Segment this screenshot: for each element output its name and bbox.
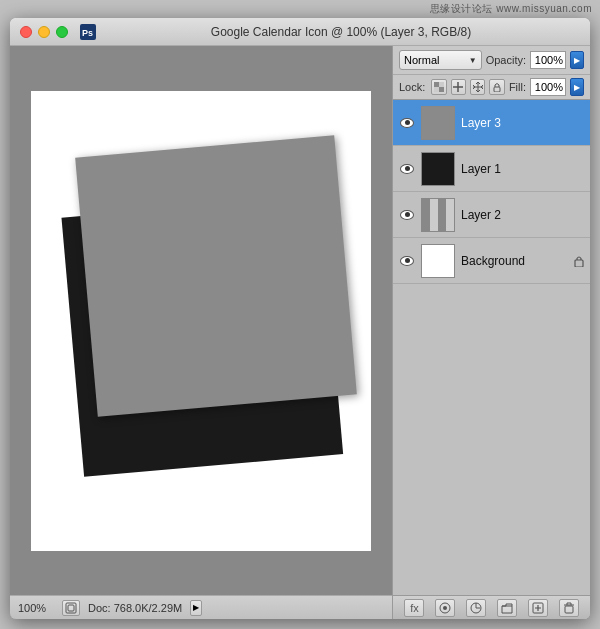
canvas-arrow-button[interactable]: ▶ [190, 600, 202, 616]
lock-move-button[interactable] [470, 79, 485, 95]
eye-icon [400, 256, 414, 266]
layer-thumbnail [421, 106, 455, 140]
eye-icon [400, 164, 414, 174]
close-button[interactable] [20, 26, 32, 38]
mask-icon [439, 602, 451, 614]
layer-item[interactable]: Background [393, 238, 590, 284]
opacity-arrow-button[interactable]: ▶ [570, 51, 584, 69]
panel-toolbar: fx [393, 595, 590, 619]
svg-rect-6 [439, 82, 444, 87]
eye-icon [400, 118, 414, 128]
svg-rect-3 [68, 605, 74, 611]
canvas-area: 100% Doc: 768.0K/2.29M ▶ [10, 46, 392, 619]
title-bar: Ps Google Calendar Icon @ 100% (Layer 3,… [10, 18, 590, 46]
folder-icon [501, 602, 513, 614]
svg-rect-10 [494, 87, 500, 92]
layers-panel: Normal ▼ Opacity: 100% ▶ Lock: [392, 46, 590, 619]
eye-icon [400, 210, 414, 220]
layer-visibility-toggle[interactable] [399, 253, 415, 269]
svg-text:Ps: Ps [82, 28, 93, 38]
thumb-white [422, 245, 454, 277]
trash-icon [563, 602, 575, 614]
thumb-gray [422, 107, 454, 139]
adjustment-icon [470, 602, 482, 614]
content-area: 100% Doc: 768.0K/2.29M ▶ Normal [10, 46, 590, 619]
new-layer-icon [532, 602, 544, 614]
document-size: Doc: 768.0K/2.29M [88, 602, 182, 614]
layer-style-icon: fx [410, 602, 419, 614]
layer-item[interactable]: Layer 1 [393, 146, 590, 192]
layer-visibility-toggle[interactable] [399, 115, 415, 131]
layer-thumbnail [421, 198, 455, 232]
layer-thumbnail [421, 244, 455, 278]
blend-mode-row: Normal ▼ Opacity: 100% ▶ [393, 46, 590, 75]
layer-name: Layer 3 [461, 116, 584, 130]
lock-label: Lock: [399, 81, 425, 93]
layer-name: Layer 1 [461, 162, 584, 176]
blend-chevron-icon: ▼ [469, 56, 477, 65]
svg-rect-18 [565, 606, 573, 613]
opacity-row: Opacity: 100% ▶ [486, 51, 584, 69]
layers-list: Layer 3 Layer 1 [393, 100, 590, 595]
layer-thumbnail [421, 152, 455, 186]
thumb-stripe [422, 199, 454, 231]
lock-all-button[interactable] [489, 79, 504, 95]
canvas-inner [10, 46, 392, 595]
traffic-lights [20, 26, 68, 38]
zoom-level: 100% [18, 602, 54, 614]
svg-rect-5 [439, 87, 444, 92]
opacity-input[interactable]: 100% [530, 51, 566, 69]
blend-mode-select[interactable]: Normal ▼ [399, 50, 482, 70]
fill-label: Fill: [509, 81, 526, 93]
layer-style-button[interactable]: fx [404, 599, 424, 617]
ps-canvas [31, 91, 371, 551]
fill-arrow-button[interactable]: ▶ [570, 78, 584, 96]
layer-visibility-toggle[interactable] [399, 161, 415, 177]
layer-name: Background [461, 254, 568, 268]
svg-rect-4 [434, 82, 439, 87]
window-title: Google Calendar Icon @ 100% (Layer 3, RG… [102, 25, 580, 39]
minimize-button[interactable] [38, 26, 50, 38]
svg-rect-7 [434, 87, 439, 92]
maximize-button[interactable] [56, 26, 68, 38]
fill-input[interactable]: 100% [530, 78, 566, 96]
canvas-page-button[interactable] [62, 600, 80, 616]
new-group-button[interactable] [497, 599, 517, 617]
layer-item[interactable]: Layer 3 [393, 100, 590, 146]
canvas-status-bar: 100% Doc: 768.0K/2.29M ▶ [10, 595, 392, 619]
layer-mask-button[interactable] [435, 599, 455, 617]
main-window: Ps Google Calendar Icon @ 100% (Layer 3,… [10, 18, 590, 619]
opacity-label: Opacity: [486, 54, 526, 66]
svg-rect-11 [575, 260, 583, 267]
delete-layer-button[interactable] [559, 599, 579, 617]
new-layer-button[interactable] [528, 599, 548, 617]
lock-position-button[interactable] [451, 79, 466, 95]
watermark: 思缘设计论坛 www.missyuan.com [430, 2, 592, 16]
thumb-black [422, 153, 454, 185]
adjustment-layer-button[interactable] [466, 599, 486, 617]
layer-visibility-toggle[interactable] [399, 207, 415, 223]
layer-name: Layer 2 [461, 208, 584, 222]
layer-item[interactable]: Layer 2 [393, 192, 590, 238]
panel-controls: Normal ▼ Opacity: 100% ▶ Lock: [393, 46, 590, 100]
lock-icon [574, 255, 584, 267]
lock-checkerboard-button[interactable] [431, 79, 446, 95]
gray-main-layer [75, 135, 357, 417]
lock-fill-row: Lock: [393, 75, 590, 99]
fill-section: Fill: 100% ▶ [509, 78, 584, 96]
svg-point-13 [443, 606, 447, 610]
app-icon: Ps [80, 24, 96, 40]
